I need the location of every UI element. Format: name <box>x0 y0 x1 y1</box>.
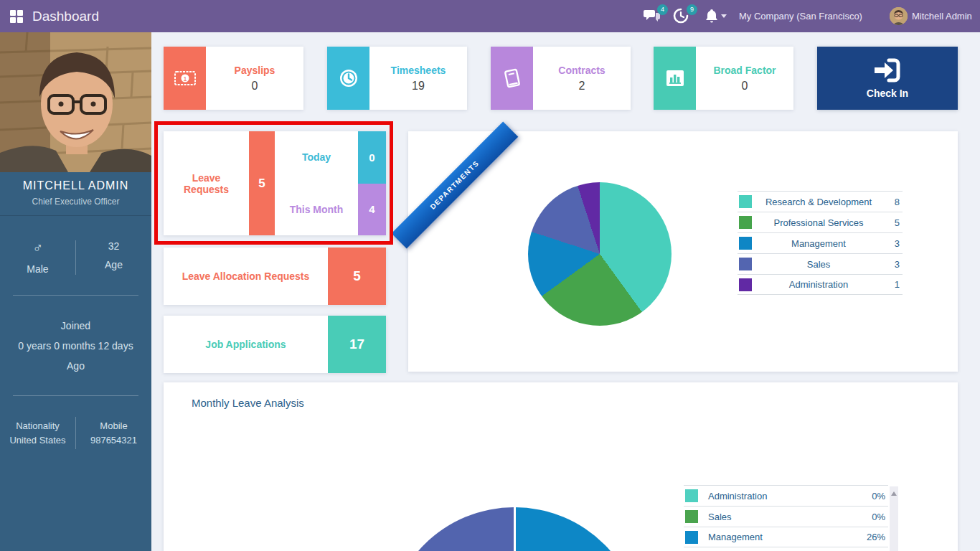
kpi-card-timesheets[interactable]: Timesheets 19 <box>327 47 467 110</box>
employee-sidebar: MITCHELL ADMIN Chief Executive Officer ♂… <box>0 32 151 551</box>
monthly-leave-legend: Administration 0% Sales 0% Management 26… <box>684 485 888 547</box>
departments-legend: Research & Development 8 Professional Se… <box>738 191 903 295</box>
book-icon <box>503 68 522 88</box>
kpi-card-broad-factor[interactable]: Broad Factor 0 <box>654 47 793 110</box>
leave-allocation-card[interactable]: Leave Allocation Requests 5 <box>164 248 386 305</box>
legend-row: Research & Development 8 <box>738 191 903 212</box>
this-month-value: 4 <box>358 184 386 236</box>
departments-card: DEPARTMENTS Research & Development 8 Pro… <box>408 131 958 372</box>
gender-block: ♂ Male <box>0 240 75 275</box>
leave-requests-card[interactable]: Leave Requests 5 Today This Month 0 4 <box>164 131 386 235</box>
kpi-value: 19 <box>412 80 425 93</box>
employee-name-section: MITCHELL ADMIN Chief Executive Officer <box>0 172 151 216</box>
leave-requests-total: 5 <box>249 131 275 235</box>
legend-row: Administration 1 <box>738 274 903 295</box>
this-month-label: This Month <box>275 184 358 236</box>
monthly-leave-pie-chart <box>387 507 642 551</box>
departments-pie-chart <box>528 182 672 326</box>
mobile-block: Mobile 987654321 <box>75 417 151 449</box>
legend-scrollbar[interactable] <box>890 486 898 551</box>
chevron-down-icon <box>721 14 727 18</box>
legend-row: Sales 0% <box>684 506 888 527</box>
departments-ribbon: DEPARTMENTS <box>392 122 519 249</box>
job-applications-label: Job Applications <box>164 316 328 373</box>
legend-swatch <box>739 258 752 270</box>
monthly-leave-card: Monthly Leave Analysis Administration 0%… <box>164 382 958 551</box>
kpi-label: Contracts <box>558 65 605 76</box>
employee-name: MITCHELL ADMIN <box>3 179 149 192</box>
nationality-mobile-section: Nationality United States Mobile 9876543… <box>0 396 151 467</box>
top-navbar: Dashboard 4 9 My Company (San Francisco) <box>0 0 980 32</box>
legend-swatch <box>739 195 752 208</box>
legend-swatch <box>685 489 698 502</box>
page-title: Dashboard <box>32 0 99 32</box>
kpi-label: Payslips <box>235 65 275 76</box>
kpi-value: 0 <box>252 80 258 93</box>
joined-section: Joined 0 years 0 months 12 days Ago <box>0 296 151 395</box>
job-applications-value: 17 <box>328 316 386 373</box>
male-icon: ♂ <box>0 240 75 256</box>
legend-swatch <box>685 531 698 544</box>
kpi-label: Broad Factor <box>713 65 776 76</box>
legend-swatch <box>739 278 752 291</box>
legend-row: Administration 0% <box>684 485 888 506</box>
apps-menu-icon[interactable] <box>10 10 23 23</box>
legend-row: Professional Services 5 <box>738 212 903 232</box>
legend-row: Sales 3 <box>738 253 903 274</box>
kpi-card-contracts[interactable]: Contracts 2 <box>491 47 631 110</box>
user-avatar[interactable] <box>890 7 908 25</box>
activities-badge: 9 <box>687 4 697 15</box>
check-in-button[interactable]: Check In <box>817 47 958 110</box>
leave-requests-title: Leave Requests <box>164 131 249 235</box>
user-menu[interactable]: Mitchell Admin <box>912 0 972 32</box>
bar-chart-icon <box>665 69 685 88</box>
today-label: Today <box>275 131 358 184</box>
kpi-value: 0 <box>742 80 748 93</box>
legend-row: Management 26% <box>684 527 888 547</box>
messages-icon[interactable]: 4 <box>644 8 662 25</box>
svg-text:1: 1 <box>183 75 187 83</box>
monthly-leave-title: Monthly Leave Analysis <box>192 397 304 409</box>
gender-age-section: ♂ Male 32 Age <box>0 216 151 295</box>
clock-icon <box>339 68 359 88</box>
legend-swatch <box>685 510 698 523</box>
nationality-block: Nationality United States <box>0 417 75 449</box>
scroll-up-icon[interactable] <box>891 491 897 496</box>
legend-row: Management 3 <box>738 232 903 253</box>
kpi-value: 2 <box>579 80 585 93</box>
employee-role: Chief Executive Officer <box>3 197 149 207</box>
activities-icon[interactable]: 9 <box>673 8 692 25</box>
money-icon: 1 <box>174 71 196 85</box>
legend-swatch <box>739 216 752 229</box>
kpi-card-payslips[interactable]: 1 Payslips 0 <box>164 47 303 110</box>
legend-swatch <box>739 237 752 250</box>
company-menu[interactable]: My Company (San Francisco) <box>739 0 862 32</box>
today-value: 0 <box>358 131 386 184</box>
sign-in-icon <box>872 57 903 83</box>
age-block: 32 Age <box>75 240 151 275</box>
messages-badge: 4 <box>657 4 668 15</box>
leave-allocation-value: 5 <box>328 248 386 305</box>
job-applications-card[interactable]: Job Applications 17 <box>164 316 386 373</box>
leave-allocation-label: Leave Allocation Requests <box>164 248 328 305</box>
kpi-label: Timesheets <box>391 65 446 76</box>
employee-photo <box>0 32 151 172</box>
